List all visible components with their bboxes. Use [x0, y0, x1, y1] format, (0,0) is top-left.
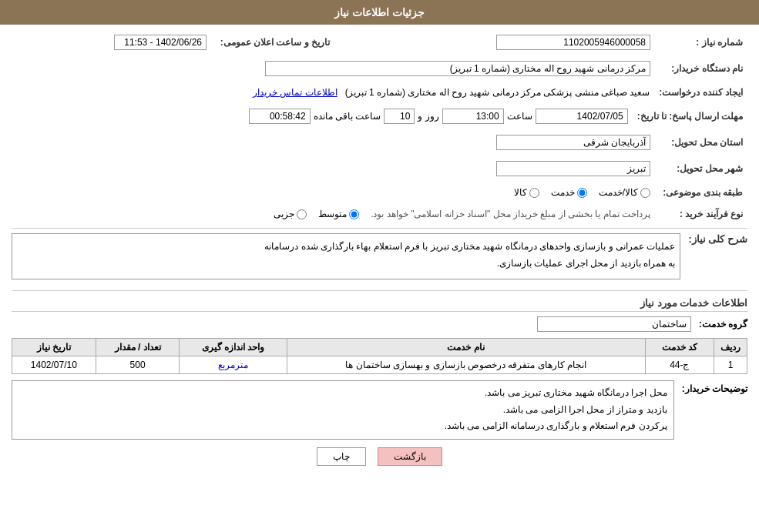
col-unit-label: واحد اندازه گیری: [202, 342, 265, 353]
province-value: آذربایجان شرقی: [496, 135, 650, 150]
description-box: عملیات عمرانی و بازسازی واحدهای درمانگاه…: [12, 233, 680, 279]
header-title: جزئیات اطلاعات نیاز: [334, 6, 425, 18]
separator-2: [12, 290, 747, 291]
print-button[interactable]: چاپ: [317, 447, 366, 466]
creator-table: ایجاد کننده درخواست: سعید صباغی منشی پزش…: [12, 85, 747, 100]
col-header-date: تاریخ نیاز: [12, 339, 96, 356]
col-header-quantity: تعداد / مقدار: [96, 339, 180, 356]
buyer-notes-line2: بازدید و متراز از محل اجرا الزامی می باش…: [18, 402, 667, 419]
province-cell: آذربایجان شرقی: [12, 132, 655, 152]
col-quantity-label: تعداد / مقدار: [115, 342, 161, 353]
col-header-service-name: نام خدمت: [287, 339, 645, 356]
creator-link[interactable]: اطلاعات تماس خریدار: [253, 87, 338, 98]
category-radio-kala-khedmat[interactable]: کالا/خدمت: [599, 187, 650, 198]
service-section-title: اطلاعات خدمات مورد نیاز: [12, 297, 747, 312]
announce-cell: 1402/06/26 - 11:53: [12, 32, 211, 52]
buyer-notes-label: توضیحات خریدار:: [682, 380, 747, 440]
description-title: شرح کلی نیاز:: [688, 233, 747, 247]
cell-date: 1402/07/10: [12, 356, 96, 374]
col-service-name-label: نام خدمت: [447, 342, 484, 353]
description-section: شرح کلی نیاز: عملیات عمرانی و بازسازی وا…: [12, 233, 747, 286]
category-table: طبقه بندی موضوعی: کالا/خدمت خدمت: [12, 185, 747, 200]
province-table: استان محل تحویل: آذربایجان شرقی: [12, 132, 747, 152]
remaining-label: ساعت باقی مانده: [314, 111, 381, 122]
buyer-notes-section: توضیحات خریدار: محل اجرا درمانگاه شهید م…: [12, 380, 747, 440]
need-number-cell: 1102005946000058: [334, 32, 655, 52]
service-group-value: ساختمان: [537, 316, 691, 332]
buyer-notes-line3: پرکردن فرم استعلام و بارگذاری درسامانه ا…: [18, 418, 667, 435]
purchase-type-note: پرداخت تمام یا بخشی از مبلغ خریداز محل "…: [371, 209, 650, 219]
province-label: استان محل تحویل:: [655, 132, 747, 152]
description-line1: عملیات عمرانی و بازسازی واحدهای درمانگاه…: [17, 239, 675, 256]
buyer-org-value: مرکز درمانی شهید روح اله مختاری (شماره 1…: [265, 61, 650, 76]
description-line2: به همراه بازدید از محل اجرای عملیات بازس…: [17, 256, 675, 273]
city-table: شهر محل تحویل: تبریز: [12, 159, 747, 179]
time-label: ساعت: [507, 111, 532, 122]
purchase-type-medium-label: متوسط: [318, 209, 347, 219]
purchase-type-radio-group: پرداخت تمام یا بخشی از مبلغ خریداز محل "…: [16, 209, 650, 219]
remaining-value: 00:58:42: [249, 109, 311, 124]
deadline-row: 1402/07/05 ساعت 13:00 روز و 10 ساعت باقی…: [16, 109, 628, 124]
need-number-value: 1102005946000058: [496, 35, 650, 50]
purchase-type-partial-label: جزیی: [274, 209, 294, 219]
purchase-type-table: نوع فرآیند خرید : پرداخت تمام یا بخشی از…: [12, 206, 747, 222]
col-header-row-num: ردیف: [714, 339, 747, 356]
buyer-org-cell: مرکز درمانی شهید روح اله مختاری (شماره 1…: [12, 59, 655, 79]
category-radio-kala-input[interactable]: [529, 188, 539, 198]
cell-service-name: انجام کارهای متفرقه درخصوص بازسازی و بهس…: [287, 356, 645, 374]
col-date-label: تاریخ نیاز: [37, 342, 71, 353]
page-header: جزئیات اطلاعات نیاز: [0, 0, 759, 25]
buyer-notes-box: محل اجرا درمانگاه شهید مختاری تبریز می ب…: [12, 380, 674, 440]
category-kala-label: کالا: [514, 187, 527, 198]
main-content: شماره نیاز : 1102005946000058 تاریخ و سا…: [0, 25, 759, 481]
creator-label: ایجاد کننده درخواست:: [654, 85, 747, 100]
cell-unit: مترمربع: [180, 356, 287, 374]
col-row-num-label: ردیف: [720, 342, 741, 353]
city-label: شهر محل تحویل:: [655, 159, 747, 179]
service-group-label: گروه خدمت:: [699, 319, 747, 330]
category-label: طبقه بندی موضوعی:: [655, 185, 747, 200]
category-radio-khedmat-input[interactable]: [577, 188, 587, 198]
deadline-days: 10: [384, 109, 415, 124]
page-wrapper: جزئیات اطلاعات نیاز شماره نیاز : 1102005…: [0, 0, 759, 532]
col-header-unit: واحد اندازه گیری: [180, 339, 287, 356]
purchase-type-label: نوع فرآیند خرید :: [655, 206, 747, 222]
city-value: تبریز: [496, 161, 650, 176]
deadline-time: 13:00: [442, 109, 504, 124]
purchase-type-radio-medium[interactable]: متوسط: [318, 209, 359, 219]
cell-row-num: 1: [714, 356, 747, 374]
deadline-table: مهلت ارسال پاسخ: تا تاریخ: 1402/07/05 سا…: [12, 106, 747, 126]
category-radio-group: کالا/خدمت خدمت کالا: [16, 187, 650, 198]
purchase-type-medium-input[interactable]: [349, 209, 359, 219]
cell-service-code: ج-44: [645, 356, 714, 374]
category-khedmat-label: خدمت: [551, 187, 575, 198]
deadline-label: مهلت ارسال پاسخ: تا تاریخ:: [633, 106, 747, 126]
buyer-org-label: نام دستگاه خریدار:: [655, 59, 747, 79]
category-radio-kala[interactable]: کالا: [514, 187, 539, 198]
city-cell: تبریز: [12, 159, 655, 179]
need-number-label: شماره نیاز :: [655, 32, 747, 52]
buyer-notes-line1: محل اجرا درمانگاه شهید مختاری تبریز می ب…: [18, 385, 667, 402]
category-kala-khedmat-label: کالا/خدمت: [599, 187, 638, 198]
action-buttons-row: بازگشت چاپ: [12, 447, 747, 466]
category-radio-khedmat[interactable]: خدمت: [551, 187, 587, 198]
top-info-table: شماره نیاز : 1102005946000058 تاریخ و سا…: [12, 32, 747, 52]
deadline-date: 1402/07/05: [536, 109, 628, 124]
buyer-org-table: نام دستگاه خریدار: مرکز درمانی شهید روح …: [12, 59, 747, 79]
service-group-row: گروه خدمت: ساختمان: [12, 316, 747, 332]
category-cell: کالا/خدمت خدمت کالا: [12, 185, 655, 200]
purchase-type-radio-partial[interactable]: جزیی: [274, 209, 307, 219]
creator-cell: سعید صباغی منشی پزشکی مرکز درمانی شهید ر…: [12, 85, 654, 100]
table-row: 1 ج-44 انجام کارهای متفرقه درخصوص بازساز…: [12, 356, 747, 374]
creator-value: سعید صباغی منشی پزشکی مرکز درمانی شهید ر…: [345, 87, 650, 98]
cell-quantity: 500: [96, 356, 180, 374]
back-button[interactable]: بازگشت: [378, 447, 442, 466]
announce-value: 1402/06/26 - 11:53: [114, 35, 207, 50]
deadline-cell: 1402/07/05 ساعت 13:00 روز و 10 ساعت باقی…: [12, 106, 633, 126]
purchase-type-cell: پرداخت تمام یا بخشی از مبلغ خریداز محل "…: [12, 206, 655, 222]
col-header-service-code: کد خدمت: [645, 339, 714, 356]
col-service-code-label: کد خدمت: [662, 342, 697, 353]
category-radio-kala-khedmat-input[interactable]: [640, 188, 650, 198]
purchase-type-partial-input[interactable]: [297, 209, 307, 219]
day-label: روز و: [418, 111, 438, 122]
